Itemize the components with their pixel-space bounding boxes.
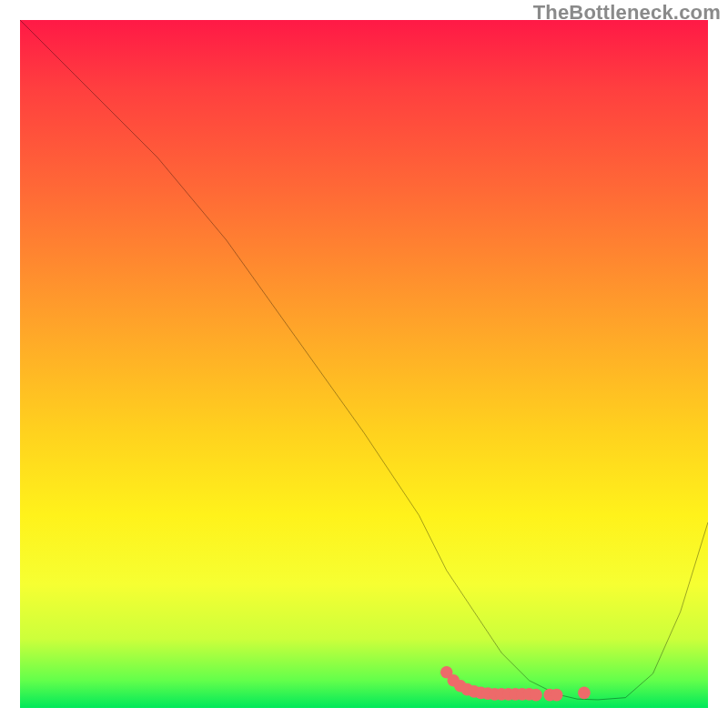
watermark-text: TheBottleneck.com [533,1,721,25]
bottleneck-curve-line [20,20,708,700]
marker-group [440,666,591,702]
chart-canvas: TheBottleneck.com [0,0,728,728]
marker-dot [578,687,591,700]
marker-dot [551,689,563,702]
chart-overlay [20,20,708,708]
marker-dot [530,689,542,702]
